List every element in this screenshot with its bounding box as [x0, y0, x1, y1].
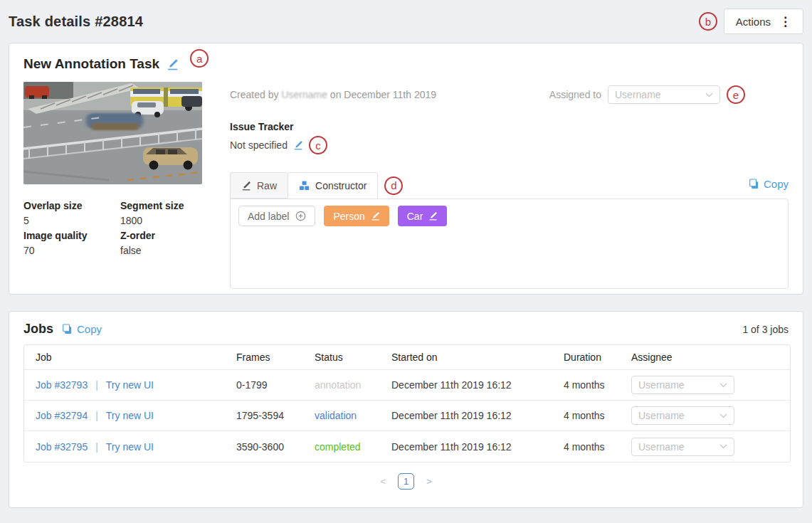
plus-circle-icon: [295, 211, 306, 221]
add-label-button-text: Add label: [248, 211, 289, 222]
jobs-title: Jobs: [23, 322, 53, 337]
started-on-value: December 11th 2019 16:12: [380, 401, 552, 431]
edit-label-icon: [428, 211, 438, 221]
created-by-date: on December 11th 2019: [330, 89, 436, 100]
assignee-select-value: Username: [615, 89, 661, 100]
job-assignee-value: Username: [638, 379, 685, 391]
table-row: Job #32795|Try new UI 3590-3600 complete…: [24, 431, 790, 462]
callout-b: b: [699, 12, 717, 31]
frames-value: 1795-3594: [225, 401, 303, 431]
edit-issue-tracker-icon[interactable]: [293, 140, 303, 150]
job-assignee-select[interactable]: Username: [631, 438, 734, 456]
column-status: Status: [303, 345, 380, 370]
issue-tracker-value: Not specified: [230, 139, 288, 151]
jobs-pagination: < 1 >: [23, 473, 789, 490]
status-badge: completed: [315, 441, 361, 453]
pagination-page-1[interactable]: 1: [398, 473, 414, 490]
segment-size-label: Segment size: [120, 200, 202, 215]
jobs-counter: 1 of 3 jobs: [742, 324, 789, 335]
image-quality-label: Image quality: [23, 230, 120, 245]
label-chip-person-text: Person: [333, 211, 364, 222]
build-blocks-icon: [299, 180, 310, 191]
frames-value: 3590-3600: [225, 431, 303, 462]
started-on-value: December 11th 2019 16:12: [380, 370, 552, 401]
raw-edit-icon: [241, 181, 251, 191]
created-by-line: Created by Username on December 11th 201…: [230, 89, 436, 100]
issue-tracker-label: Issue Tracker: [230, 121, 789, 132]
job-assignee-select[interactable]: Username: [631, 376, 734, 394]
link-separator: |: [95, 441, 98, 453]
callout-c: c: [309, 136, 327, 154]
copy-icon: [62, 324, 73, 334]
jobs-table-header-row: Job Frames Status Started on Duration As…: [24, 345, 790, 370]
status-badge: validation: [315, 410, 357, 421]
jobs-table: Job Frames Status Started on Duration As…: [23, 344, 791, 463]
task-name: New Annotation Task: [23, 56, 159, 72]
overlap-size-value: 5: [23, 215, 120, 230]
duration-value: 4 months: [552, 370, 620, 401]
chevron-down-icon: [719, 444, 727, 449]
task-preview-image: [23, 82, 202, 184]
try-new-ui-link[interactable]: Try new UI: [106, 410, 154, 421]
created-by-prefix: Created by: [230, 89, 278, 100]
edit-task-name-icon[interactable]: [167, 58, 179, 70]
page-header: Task details #28814 b Actions ⋮: [0, 0, 812, 43]
traffic-scene-illustration: [23, 82, 202, 184]
duration-value: 4 months: [552, 401, 620, 431]
job-link[interactable]: Job #32794: [36, 410, 88, 421]
pagination-prev-icon[interactable]: <: [376, 475, 390, 487]
column-started-on: Started on: [380, 345, 552, 370]
actions-button[interactable]: Actions ⋮: [724, 9, 803, 34]
z-order-label: Z-order: [120, 230, 202, 245]
jobs-card: Jobs Copy 1 of 3 jobs Job Frames Status …: [9, 311, 803, 508]
label-constructor-panel: Add label Person Car: [230, 199, 789, 289]
link-separator: |: [95, 379, 98, 391]
status-badge: annotation: [315, 379, 361, 391]
add-label-button[interactable]: Add label: [238, 206, 315, 226]
chevron-down-icon: [719, 413, 727, 418]
callout-a: a: [190, 49, 209, 68]
job-link[interactable]: Job #32793: [36, 379, 88, 391]
try-new-ui-link[interactable]: Try new UI: [106, 441, 154, 453]
try-new-ui-link[interactable]: Try new UI: [106, 379, 154, 391]
assigned-to-label: Assigned to: [549, 89, 601, 100]
column-frames: Frames: [225, 345, 303, 370]
jobs-copy-label: Copy: [77, 323, 102, 335]
tab-constructor-label: Constructor: [315, 180, 367, 191]
pagination-next-icon[interactable]: >: [422, 475, 436, 487]
chevron-down-icon: [705, 93, 713, 97]
job-assignee-value: Username: [638, 410, 685, 421]
callout-e: e: [727, 85, 745, 104]
started-on-value: December 11th 2019 16:12: [380, 431, 552, 462]
tab-raw[interactable]: Raw: [230, 172, 288, 199]
label-chip-car[interactable]: Car: [398, 206, 448, 226]
tab-raw-label: Raw: [257, 180, 277, 191]
image-quality-value: 70: [23, 245, 120, 260]
labels-tab-bar: Raw Constructor d: [230, 172, 789, 199]
chevron-down-icon: [719, 383, 727, 388]
z-order-value: false: [120, 245, 202, 260]
edit-label-icon: [371, 211, 380, 221]
task-parameters: Overlap size Segment size 5 1800 Image q…: [23, 200, 202, 260]
overlap-size-label: Overlap size: [23, 200, 120, 215]
duration-value: 4 months: [552, 431, 620, 462]
assignee-select[interactable]: Username: [608, 85, 720, 104]
created-by-username: Username: [281, 89, 327, 100]
page-title: Task details #28814: [9, 14, 143, 30]
table-row: Job #32793|Try new UI 0-1799 annotation …: [24, 370, 790, 401]
callout-d: d: [384, 176, 403, 195]
job-assignee-value: Username: [638, 441, 685, 453]
job-assignee-select[interactable]: Username: [631, 406, 734, 425]
jobs-copy-link[interactable]: Copy: [62, 323, 102, 335]
frames-value: 0-1799: [225, 370, 303, 401]
column-duration: Duration: [552, 345, 620, 370]
column-job: Job: [24, 345, 225, 370]
more-vertical-icon: ⋮: [779, 16, 791, 28]
job-link[interactable]: Job #32795: [36, 441, 88, 453]
tab-constructor[interactable]: Constructor: [288, 172, 378, 199]
label-chip-person[interactable]: Person: [324, 206, 389, 226]
task-details-card: New Annotation Task a: [9, 43, 803, 295]
link-separator: |: [95, 410, 98, 421]
blurred-car: [86, 113, 143, 130]
label-chip-car-text: Car: [407, 211, 423, 222]
